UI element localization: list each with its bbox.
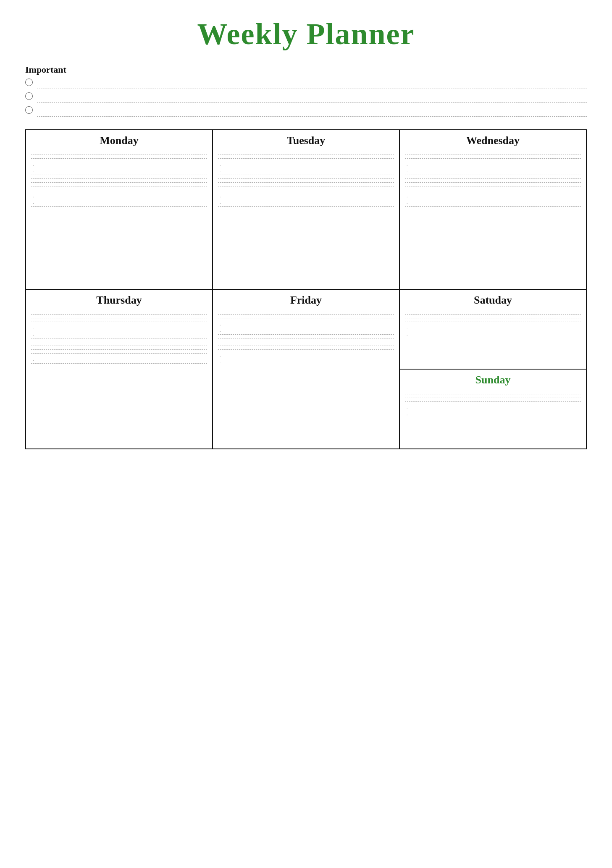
thursday-line-2 [31,318,207,318]
thursday-line-8 [31,353,207,354]
checkbox-circle-3[interactable] [25,106,33,114]
sunday-line-3 [405,401,581,402]
important-row-3 [25,106,587,114]
thursday-line-7 [31,349,207,350]
day-cell-friday: Friday . . . . [213,290,400,449]
monday-line-2 [31,158,207,159]
tuesday-dot-1: . [218,162,394,167]
day-name-tuesday: Tuesday [218,134,394,149]
thursday-line-3 [31,322,207,322]
important-label: Important [25,64,587,75]
day-name-friday: Friday [218,294,394,309]
wednesday-dot-2: . [405,168,581,173]
wednesday-line-6 [405,186,581,186]
calendar-grid: Monday . . . . Tuesday . . . . Wednesday… [25,129,587,449]
monday-line-1 [31,155,207,155]
wednesday-dot-1: . [405,162,581,167]
tuesday-line-6 [218,186,394,186]
day-cell-wednesday: Wednesday . . . . [400,130,587,290]
monday-line-5 [31,182,207,183]
day-cell-sunday: Sunday . . [400,370,586,448]
wednesday-line-3 [405,175,581,175]
checkbox-circle-2[interactable] [25,92,33,100]
tuesday-dot-2: . [218,168,394,173]
monday-dot-2: . [31,168,207,173]
day-name-wednesday: Wednesday [405,134,581,149]
day-cell-monday: Monday . . . . [26,130,213,290]
friday-line-3 [218,334,394,335]
tuesday-dot-3: . [218,194,394,198]
friday-line-7 [218,349,394,350]
important-line-3 [37,116,587,117]
friday-line-1 [218,314,394,315]
friday-line-6 [218,346,394,346]
thursday-dot-3: . [31,357,207,362]
saturday-line-3 [405,322,581,322]
wednesday-line-2 [405,158,581,159]
monday-line-3 [31,175,207,175]
tuesday-line-3 [218,175,394,175]
friday-dot-1: . [218,322,394,326]
thursday-line-6 [31,346,207,346]
wednesday-line-1 [405,155,581,155]
thursday-line-1 [31,314,207,315]
tuesday-line-1 [218,155,394,155]
friday-dot-4: . [218,359,394,364]
wednesday-dot-4: . [405,200,581,205]
wednesday-dot-3: . [405,194,581,198]
day-cell-saturday: Satuday . . [400,290,586,370]
tuesday-line-5 [218,182,394,183]
checkbox-circle-1[interactable] [25,79,33,86]
wednesday-line-8 [405,206,581,207]
saturday-dot-2: . [405,332,581,336]
tuesday-line-2 [218,158,394,159]
tuesday-line-4 [218,178,394,179]
monday-line-7 [31,190,207,190]
day-cell-saturday-sunday: Satuday . . Sunday . . [400,290,587,449]
monday-dot-4: . [31,200,207,205]
important-row-1 [25,79,587,86]
page-title: Weekly Planner [25,17,587,52]
monday-line-6 [31,186,207,186]
saturday-line-2 [405,318,581,318]
day-name-saturday: Satuday [405,294,581,309]
monday-line-8 [31,206,207,207]
friday-line-8 [218,366,394,366]
day-name-thursday: Thursday [31,294,207,309]
important-line-2 [37,102,587,103]
monday-dot-1: . [31,162,207,167]
saturday-line-1 [405,314,581,315]
thursday-line-9 [31,363,207,364]
thursday-line-5 [31,342,207,342]
thursday-line-4 [31,338,207,338]
day-cell-tuesday: Tuesday . . . . [213,130,400,290]
sunday-line-1 [405,394,581,394]
tuesday-dot-4: . [218,200,394,205]
day-cell-thursday: Thursday . . . [26,290,213,449]
monday-dot-3: . [31,194,207,198]
important-row-2 [25,92,587,100]
wednesday-line-4 [405,178,581,179]
day-name-monday: Monday [31,134,207,149]
friday-line-5 [218,342,394,342]
monday-line-4 [31,178,207,179]
wednesday-line-5 [405,182,581,183]
sunday-line-2 [405,398,581,398]
wednesday-line-7 [405,190,581,190]
saturday-dot-1: . [405,325,581,330]
tuesday-line-8 [218,206,394,207]
tuesday-line-7 [218,190,394,190]
important-section: Important [25,64,587,117]
thursday-dot-2: . [31,332,207,336]
sunday-dot-2: . [405,412,581,416]
friday-line-4 [218,338,394,338]
friday-dot-3: . [218,353,394,358]
thursday-dot-1: . [31,325,207,330]
friday-dot-2: . [218,328,394,333]
day-name-sunday: Sunday [405,374,581,389]
sunday-dot-1: . [405,405,581,410]
friday-line-2 [218,318,394,318]
important-line-1 [37,89,587,89]
